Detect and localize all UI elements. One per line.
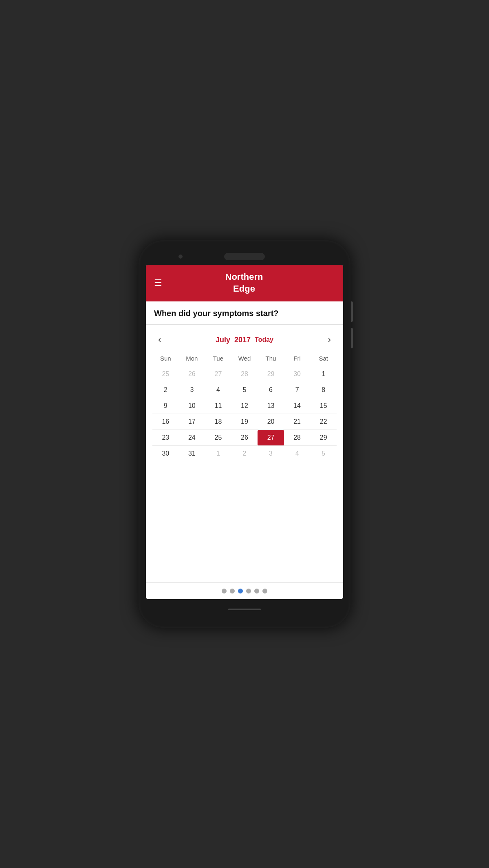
page-indicators: [146, 582, 343, 599]
calendar-day[interactable]: 27: [258, 430, 284, 446]
calendar-day[interactable]: 25: [205, 430, 231, 446]
prev-month-button[interactable]: ‹: [154, 333, 165, 347]
phone-bottom: [146, 599, 343, 620]
weekday-wed: Wed: [231, 352, 258, 366]
calendar-day[interactable]: 17: [179, 414, 205, 430]
weekday-tue: Tue: [205, 352, 231, 366]
calendar-day[interactable]: 29: [258, 366, 284, 382]
calendar-day[interactable]: 2: [152, 382, 179, 398]
phone-camera: [178, 255, 183, 259]
calendar: ‹ July 2017 Today › SunMonTueWedThuFriSa…: [146, 325, 343, 465]
calendar-nav-center: July 2017 Today: [216, 336, 273, 344]
calendar-nav: ‹ July 2017 Today ›: [152, 329, 337, 352]
calendar-day[interactable]: 4: [284, 446, 311, 462]
calendar-day[interactable]: 8: [310, 382, 337, 398]
calendar-day[interactable]: 21: [284, 414, 311, 430]
calendar-day[interactable]: 28: [231, 366, 258, 382]
calendar-day[interactable]: 11: [205, 398, 231, 414]
calendar-day[interactable]: 16: [152, 414, 179, 430]
calendar-day[interactable]: 26: [231, 430, 258, 446]
calendar-day[interactable]: 14: [284, 398, 311, 414]
next-month-button[interactable]: ›: [324, 333, 335, 347]
weekday-thu: Thu: [258, 352, 284, 366]
calendar-day[interactable]: 26: [179, 366, 205, 382]
calendar-week-row: 9101112131415: [152, 398, 337, 414]
calendar-day[interactable]: 27: [205, 366, 231, 382]
calendar-day[interactable]: 5: [310, 446, 337, 462]
calendar-day[interactable]: 30: [284, 366, 311, 382]
app-header: ☰ Northern Edge: [146, 265, 343, 301]
calendar-day[interactable]: 9: [152, 398, 179, 414]
content-area: When did your symptoms start? ‹ July 201…: [146, 301, 343, 599]
volume-up-button[interactable]: [351, 301, 353, 322]
calendar-week-row: 303112345: [152, 446, 337, 462]
volume-down-button[interactable]: [351, 328, 353, 348]
calendar-day[interactable]: 5: [231, 382, 258, 398]
calendar-year: 2017: [234, 336, 251, 344]
page-dot-2[interactable]: [238, 589, 243, 593]
calendar-day[interactable]: 6: [258, 382, 284, 398]
phone-screen: ☰ Northern Edge When did your symptoms s…: [146, 265, 343, 599]
calendar-day[interactable]: 1: [310, 366, 337, 382]
calendar-day[interactable]: 24: [179, 430, 205, 446]
calendar-day[interactable]: 7: [284, 382, 311, 398]
page-dot-1[interactable]: [230, 589, 235, 593]
calendar-day[interactable]: 1: [205, 446, 231, 462]
weekday-sun: Sun: [152, 352, 179, 366]
calendar-day[interactable]: 23: [152, 430, 179, 446]
home-indicator[interactable]: [228, 609, 261, 610]
phone-top: [146, 248, 343, 265]
calendar-day[interactable]: 12: [231, 398, 258, 414]
calendar-day[interactable]: 22: [310, 414, 337, 430]
weekday-sat: Sat: [310, 352, 337, 366]
calendar-day[interactable]: 4: [205, 382, 231, 398]
app-title: Northern Edge: [166, 271, 322, 294]
calendar-day[interactable]: 20: [258, 414, 284, 430]
question-text: When did your symptoms start?: [154, 308, 335, 319]
question-header: When did your symptoms start?: [146, 301, 343, 325]
phone-speaker: [224, 253, 265, 260]
calendar-day[interactable]: 3: [179, 382, 205, 398]
page-dot-4[interactable]: [254, 589, 259, 593]
calendar-day[interactable]: 31: [179, 446, 205, 462]
calendar-week-row: 16171819202122: [152, 414, 337, 430]
menu-icon[interactable]: ☰: [154, 279, 162, 288]
calendar-grid: SunMonTueWedThuFriSat 252627282930123456…: [152, 352, 337, 461]
calendar-day[interactable]: 15: [310, 398, 337, 414]
calendar-month: July: [216, 336, 230, 344]
calendar-week-row: 2526272829301: [152, 366, 337, 382]
page-dot-3[interactable]: [246, 589, 251, 593]
calendar-week-row: 2345678: [152, 382, 337, 398]
weekday-header-row: SunMonTueWedThuFriSat: [152, 352, 337, 366]
calendar-week-row: 23242526272829: [152, 430, 337, 446]
weekday-mon: Mon: [179, 352, 205, 366]
calendar-day[interactable]: 28: [284, 430, 311, 446]
calendar-day[interactable]: 2: [231, 446, 258, 462]
calendar-day[interactable]: 13: [258, 398, 284, 414]
page-dot-5[interactable]: [262, 589, 267, 593]
calendar-day[interactable]: 25: [152, 366, 179, 382]
calendar-day[interactable]: 18: [205, 414, 231, 430]
today-button[interactable]: Today: [255, 336, 273, 343]
phone-frame: ☰ Northern Edge When did your symptoms s…: [139, 240, 350, 628]
page-dot-0[interactable]: [222, 589, 227, 593]
weekday-fri: Fri: [284, 352, 311, 366]
calendar-day[interactable]: 10: [179, 398, 205, 414]
calendar-day[interactable]: 19: [231, 414, 258, 430]
calendar-day[interactable]: 30: [152, 446, 179, 462]
calendar-day[interactable]: 3: [258, 446, 284, 462]
calendar-day[interactable]: 29: [310, 430, 337, 446]
